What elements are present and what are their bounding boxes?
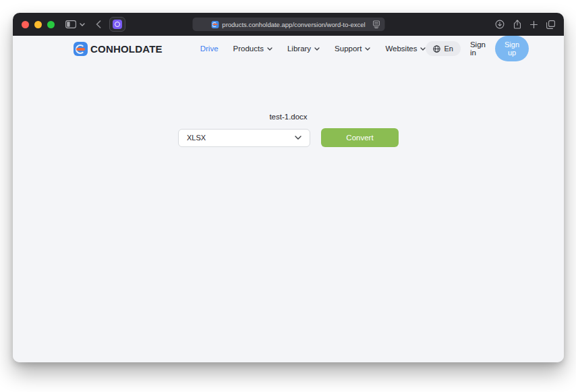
file-name: test-1.docx [13, 113, 564, 121]
convert-button[interactable]: Convert [321, 128, 399, 147]
address-bar[interactable]: products.conholdate.app/conversion/word-… [192, 18, 384, 31]
format-select[interactable]: XLSX [178, 129, 310, 147]
tab-group-menu-button[interactable] [80, 23, 85, 26]
back-button[interactable] [96, 20, 101, 28]
chevron-down-icon [267, 47, 272, 51]
web-app-button[interactable] [109, 17, 125, 32]
brand-name: CONHOLDATE [90, 43, 163, 55]
nav-item-products[interactable]: Products [233, 45, 272, 53]
chevron-down-icon [365, 47, 370, 51]
downloads-button[interactable] [495, 20, 505, 29]
tab-overview-button[interactable] [546, 20, 555, 29]
globe-icon [433, 45, 440, 53]
brand-logo[interactable]: CONHOLDATE [74, 42, 163, 56]
sign-in-link[interactable]: Sign in [470, 40, 486, 57]
reader-mode-button[interactable] [372, 20, 380, 28]
address-text: products.conholdate.app/conversion/word-… [222, 21, 365, 28]
nav-item-support[interactable]: Support [335, 45, 370, 53]
site-header: CONHOLDATE Drive Products Library [13, 36, 564, 61]
browser-titlebar: products.conholdate.app/conversion/word-… [13, 13, 564, 36]
sign-up-button[interactable]: Sign up [495, 36, 529, 61]
tabs-icon [546, 20, 555, 29]
nav-label: Library [287, 45, 311, 53]
nav-label: Support [335, 45, 362, 53]
fullscreen-window-button[interactable] [47, 21, 55, 28]
main-nav: Drive Products Library Support [200, 45, 426, 53]
chevron-down-icon [295, 136, 301, 140]
nav-label: Drive [200, 45, 219, 53]
format-select-value: XLSX [187, 134, 206, 142]
browser-window: products.conholdate.app/conversion/word-… [13, 13, 564, 362]
app-icon [113, 20, 122, 29]
window-controls [22, 21, 55, 28]
page-content: CONHOLDATE Drive Products Library [13, 36, 564, 362]
chevron-down-icon [314, 47, 320, 51]
nav-label: Websites [385, 45, 417, 53]
language-button[interactable]: En [426, 41, 460, 56]
nav-label: Products [233, 45, 264, 53]
sidebar-icon [65, 20, 76, 28]
header-actions: En Sign in Sign up [426, 36, 529, 61]
share-icon [513, 20, 521, 29]
nav-item-drive[interactable]: Drive [200, 45, 219, 53]
nav-item-library[interactable]: Library [287, 45, 320, 53]
close-window-button[interactable] [22, 21, 29, 28]
share-button[interactable] [513, 20, 521, 29]
chevron-down-icon [420, 47, 426, 51]
back-chevron-icon [96, 20, 101, 28]
nav-item-websites[interactable]: Websites [385, 45, 426, 53]
new-tab-button[interactable] [530, 21, 538, 28]
conholdate-logo-icon [74, 42, 88, 56]
minimize-window-button[interactable] [34, 21, 42, 28]
download-icon [495, 20, 505, 29]
language-label: En [444, 45, 453, 53]
sidebar-toggle-button[interactable] [65, 20, 76, 28]
converter-panel: test-1.docx XLSX Convert [13, 113, 564, 147]
site-favicon-icon [211, 21, 219, 28]
plus-icon [530, 21, 538, 28]
chevron-down-icon [80, 23, 85, 26]
